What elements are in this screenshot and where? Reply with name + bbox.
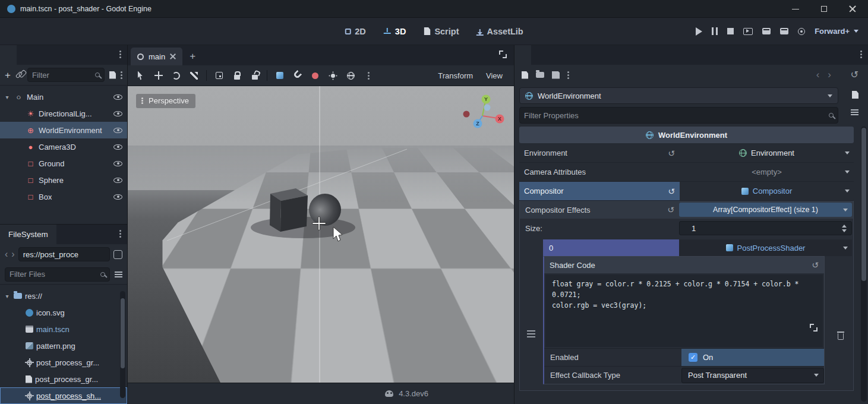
lock-icon[interactable] [229,68,245,83]
editor-mode-tab[interactable]: AssetLib [476,27,523,36]
enabled-toggle[interactable]: On [681,349,824,366]
axis-gizmo[interactable]: X Y Z [463,95,504,128]
minimize-button[interactable] [792,5,799,12]
move-tool-icon[interactable] [150,68,166,83]
more-options-icon[interactable] [361,68,377,83]
scene-tree-row[interactable]: ▾ ○ Main [0,89,127,105]
visibility-eye-icon[interactable] [113,94,122,100]
renderer-selector[interactable]: Forward+ [815,27,858,36]
instance-scene-icon[interactable] [15,71,23,79]
dock-tab[interactable] [0,45,17,65]
list-select-icon[interactable] [211,68,227,83]
save-resource-icon[interactable] [552,71,560,79]
sort-files-icon[interactable] [115,272,122,273]
callback-type-dropdown[interactable]: Post Transparent [681,368,824,383]
current-path[interactable]: res://post_proce [18,247,110,261]
scene-filter-input[interactable]: Filter [27,68,105,82]
visibility-eye-icon[interactable] [113,161,122,166]
play-button[interactable] [696,27,702,36]
effect-resource-picker[interactable]: PostProcessShader [679,239,852,256]
drag-handle-icon[interactable] [527,333,535,334]
spin-arrows-icon[interactable] [842,225,847,232]
scene-tree-row[interactable]: ☀ DirectionalLig... [0,105,127,122]
dock-tab-filesystem[interactable]: FileSystem [0,225,56,244]
more-options-icon[interactable] [121,74,122,76]
unlock-icon[interactable] [247,68,263,83]
menu-item[interactable] [50,28,63,35]
scene-tree-row[interactable]: □ Sphere [0,172,127,188]
toggle-split-mode-icon[interactable] [113,250,122,259]
scale-tool-icon[interactable] [186,68,202,83]
array-editor-button[interactable]: Array[CompositorEffect] (size 1) [679,203,852,217]
object-history-icon[interactable]: ↺ [851,70,858,80]
sphere-mesh[interactable] [309,194,341,226]
scene-tree-row[interactable]: ● Camera3D [0,138,127,155]
bottom-panel-tab[interactable] [462,391,475,397]
file-row[interactable]: pattern.png [0,337,127,354]
history-forward-icon[interactable]: › [828,69,831,81]
play-custom-scene-button[interactable] [762,28,771,34]
more-options-icon[interactable] [567,74,569,76]
view-menu[interactable]: View [479,68,509,83]
camera-attributes-picker[interactable]: <empty> [680,163,854,181]
3d-viewport[interactable]: X Y Z Perspective [128,86,514,383]
compositor-resource-picker[interactable]: Compositor [680,182,854,200]
file-row[interactable]: icon.svg [0,304,127,321]
revert-icon[interactable]: ↺ [668,149,675,157]
scene-tree-row[interactable]: ⊕ WorldEnvironment [0,122,127,138]
visibility-eye-icon[interactable] [113,144,122,150]
history-back-icon[interactable]: ‹ [816,69,820,81]
editor-mode-tab[interactable]: Script [424,27,459,36]
visibility-eye-icon[interactable] [113,111,122,116]
file-row[interactable]: post_process_sh... [0,387,127,404]
movie-maker-button[interactable] [780,28,788,34]
expand-arrow[interactable]: ▾ [4,293,11,299]
local-space-icon[interactable] [272,68,288,83]
cube-mesh[interactable] [270,188,308,232]
nav-forward-icon[interactable]: › [11,250,14,259]
maximize-button[interactable] [820,5,828,12]
inspector-tab[interactable] [548,45,564,65]
select-tool-icon[interactable] [132,68,149,83]
close-tab-icon[interactable] [170,53,176,59]
more-options-icon[interactable] [860,53,862,55]
preview-environment-icon[interactable] [343,68,359,83]
transform-menu[interactable]: Transform [431,68,479,83]
environment-resource-picker[interactable]: Environment [680,144,854,162]
axis-neg-z[interactable] [484,105,491,111]
scene-tree-row[interactable]: □ Ground [0,155,127,172]
file-row[interactable]: post_process_gr... [0,354,127,371]
menu-item[interactable] [7,28,20,35]
menu-item[interactable] [36,28,49,35]
filesystem-scrollbar[interactable] [120,291,125,398]
attach-script-icon[interactable] [109,71,116,79]
new-resource-icon[interactable] [522,71,528,79]
property-filter-input[interactable]: Filter Properties [519,107,838,124]
dock-tab[interactable] [17,45,33,65]
extra-resource-options-icon[interactable] [851,109,858,111]
edited-object-selector[interactable]: WorldEnvironment [519,87,838,104]
editor-mode-tab[interactable]: 2D [345,27,366,36]
editor-mode-tab[interactable]: 3D [384,27,406,36]
close-button[interactable] [849,5,856,12]
bottom-panel-tab[interactable] [477,391,490,397]
more-options-icon[interactable] [119,53,121,55]
checkbox-checked-icon[interactable] [689,353,697,362]
file-row[interactable]: ▾ res:// [0,288,127,304]
shader-code-editor[interactable]: float gray = color.r * 0.2125 + color.g … [545,274,823,347]
menu-item[interactable] [21,28,34,35]
rotate-tool-icon[interactable] [168,68,184,83]
bottom-panel-tab[interactable] [446,391,459,397]
camera-preview-icon[interactable] [307,68,323,83]
expand-arrow[interactable]: ▾ [4,94,11,100]
array-size-spinbox[interactable]: 1 [679,221,852,235]
snap-icon[interactable] [289,68,305,83]
distraction-free-icon[interactable] [499,50,514,60]
new-scene-tab-icon[interactable]: + [190,51,195,61]
file-filter-input[interactable]: Filter Files [5,267,110,282]
load-resource-icon[interactable] [536,72,544,78]
perspective-selector[interactable]: Perspective [136,94,195,108]
scene-tree-row[interactable]: □ Box [0,188,127,205]
revert-icon[interactable]: ↺ [812,261,819,269]
inspector-scrollbar[interactable] [861,127,867,402]
